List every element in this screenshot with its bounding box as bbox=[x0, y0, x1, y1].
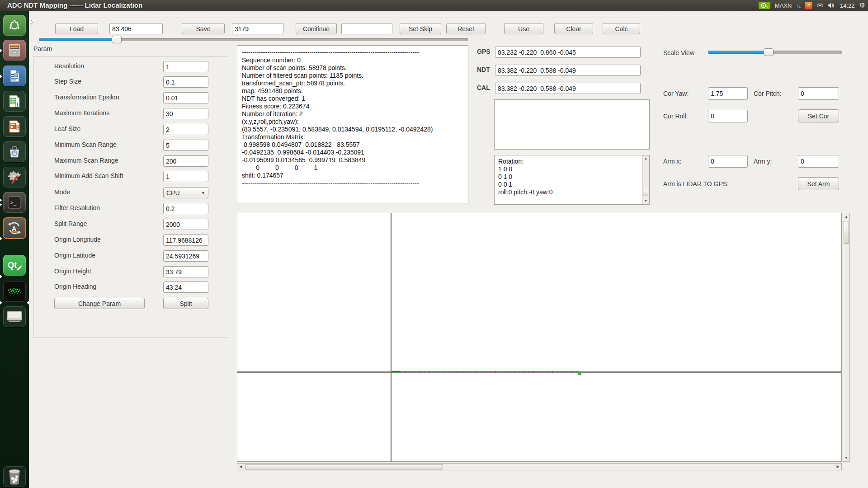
updown-arrows-icon[interactable]: ↑↓ bbox=[796, 2, 800, 9]
rotation-scrollbar[interactable]: ▲ ▼ bbox=[642, 155, 649, 204]
calc-spreadsheet-icon bbox=[7, 94, 22, 108]
param-label: Maximum Scan Range bbox=[54, 157, 118, 164]
map-plot-canvas[interactable] bbox=[237, 213, 842, 462]
param-label: Leaf Size bbox=[54, 125, 80, 132]
skip-value-field[interactable] bbox=[341, 23, 392, 34]
save-value-field[interactable] bbox=[232, 23, 283, 34]
param-field-max-scan-range[interactable] bbox=[163, 155, 208, 167]
param-field-step-size[interactable] bbox=[163, 76, 208, 88]
dock-item-system-settings[interactable] bbox=[3, 167, 26, 188]
scale-slider-fill bbox=[708, 51, 767, 54]
param-label: Origin Latitude bbox=[54, 252, 95, 259]
arm-x-field[interactable] bbox=[708, 155, 748, 168]
set-cor-button[interactable]: Set Cor bbox=[798, 109, 839, 122]
set-skip-button[interactable]: Set Skip bbox=[400, 23, 441, 34]
rotation-scrollbar-thumb[interactable] bbox=[643, 189, 648, 196]
nvidia-icon[interactable] bbox=[759, 2, 770, 9]
param-label: Minimum Add Scan Shift bbox=[54, 172, 123, 179]
ndt-label: NDT bbox=[477, 66, 490, 73]
scroll-up-icon[interactable]: ▲ bbox=[843, 213, 849, 220]
dock-item-terminal[interactable]: >_ bbox=[3, 192, 26, 213]
keyboard-input-icon[interactable]: # bbox=[805, 2, 812, 9]
cal-value-field[interactable] bbox=[495, 83, 641, 94]
scroll-left-icon[interactable]: ◀ bbox=[237, 464, 244, 470]
split-button[interactable]: Split bbox=[163, 298, 208, 309]
param-field-max-iterations[interactable] bbox=[163, 108, 208, 119]
load-value-field[interactable] bbox=[109, 23, 163, 34]
continue-button[interactable]: Conitinue bbox=[296, 23, 337, 34]
ndt-value-field[interactable] bbox=[495, 65, 641, 76]
cor-pitch-field[interactable] bbox=[798, 87, 839, 100]
trajectory-trace-start bbox=[392, 371, 401, 372]
param-field-origin-latitude[interactable] bbox=[163, 250, 208, 262]
param-field-trans-epsilon[interactable] bbox=[163, 92, 208, 103]
param-field-filter-resolution[interactable] bbox=[163, 203, 208, 214]
dock-item-file-manager[interactable] bbox=[3, 40, 26, 61]
cor-yaw-label: Cor Yaw: bbox=[663, 90, 689, 97]
session-gear-icon[interactable]: ⚙ bbox=[859, 1, 865, 9]
use-button[interactable]: Use bbox=[504, 23, 543, 34]
scale-slider-handle[interactable] bbox=[764, 48, 774, 56]
param-field-min-add-scan-shift[interactable] bbox=[163, 171, 208, 182]
mode-combobox[interactable]: CPU ▼ bbox=[163, 187, 208, 198]
ndt-log-textarea[interactable]: ----------------------------------------… bbox=[237, 45, 468, 203]
calc-button[interactable]: Calc bbox=[603, 23, 640, 34]
mail-icon[interactable]: ✉ bbox=[817, 1, 823, 9]
dock-item-qt-creator[interactable]: Qt bbox=[3, 255, 26, 276]
param-field-origin-longitude[interactable] bbox=[163, 235, 208, 246]
trajectory-trace bbox=[392, 371, 580, 372]
dock-item-libreoffice-calc[interactable] bbox=[3, 91, 26, 112]
dock-item-software-center[interactable] bbox=[3, 141, 26, 162]
terminal-icon: >_ bbox=[7, 195, 22, 210]
gps-value-field[interactable] bbox=[495, 47, 641, 58]
plot-vscrollbar[interactable]: ▲ ▼ bbox=[843, 213, 850, 462]
save-button[interactable]: Save bbox=[182, 23, 225, 34]
dock-item-libreoffice-impress[interactable] bbox=[3, 116, 26, 137]
cal-label: CAL bbox=[477, 84, 490, 91]
launcher-dock: >_ A Qt bbox=[0, 11, 29, 488]
scroll-right-icon[interactable]: ▶ bbox=[835, 464, 841, 470]
toolbar-drag-handle[interactable] bbox=[31, 20, 33, 24]
dock-item-language-tool[interactable]: A bbox=[3, 218, 26, 239]
sequence-slider-handle[interactable] bbox=[112, 36, 122, 43]
param-label: Maximum Iterations bbox=[54, 109, 109, 117]
dock-item-ubuntu-dash[interactable] bbox=[3, 15, 26, 36]
param-field-resolution[interactable] bbox=[163, 61, 208, 72]
scroll-down-icon[interactable]: ▼ bbox=[843, 455, 849, 461]
dock-item-libreoffice-writer[interactable] bbox=[3, 66, 26, 86]
pointcloud-icon bbox=[5, 285, 24, 298]
top-panel: ADC NDT Mapping ------ Lidar Localizatio… bbox=[0, 0, 868, 11]
param-field-origin-height[interactable] bbox=[163, 266, 208, 277]
load-button[interactable]: Load bbox=[55, 23, 98, 34]
dock-item-disk-drive[interactable] bbox=[3, 306, 26, 327]
plot-vscrollbar-thumb[interactable] bbox=[844, 221, 849, 244]
software-bag-icon bbox=[7, 145, 22, 159]
param-field-min-scan-range[interactable] bbox=[163, 140, 208, 151]
scroll-down-icon[interactable]: ▼ bbox=[642, 198, 649, 204]
clear-button[interactable]: Clear bbox=[554, 23, 593, 34]
plot-hscrollbar-thumb[interactable] bbox=[245, 464, 443, 469]
scroll-up-icon[interactable]: ▲ bbox=[642, 155, 649, 162]
gpu-mode-label[interactable]: MAXN bbox=[775, 2, 792, 9]
dock-item-trash[interactable] bbox=[3, 466, 26, 487]
set-arm-button[interactable]: Set Arm bbox=[798, 177, 839, 190]
running-indicator bbox=[0, 75, 2, 78]
disk-drive-icon bbox=[6, 310, 23, 324]
rotation-textarea[interactable]: Rotation: 1 0 0 0 1 0 0 0 1 roll:0 pitch… bbox=[494, 155, 650, 205]
change-param-button[interactable]: Change Param bbox=[54, 298, 145, 309]
trash-icon bbox=[7, 469, 22, 485]
param-field-leaf-size[interactable] bbox=[163, 124, 208, 135]
volume-icon[interactable] bbox=[827, 2, 835, 9]
scale-view-label: Scale View bbox=[663, 49, 694, 56]
reset-button[interactable]: Reset bbox=[446, 23, 486, 34]
param-field-split-range[interactable] bbox=[163, 219, 208, 230]
dock-item-lidar-app[interactable] bbox=[3, 281, 26, 302]
cor-yaw-field[interactable] bbox=[708, 87, 748, 100]
nvidia-eye-icon bbox=[760, 3, 769, 8]
param-field-origin-heading[interactable] bbox=[163, 282, 208, 293]
plot-hscrollbar[interactable]: ◀ ▶ bbox=[237, 463, 842, 470]
arm-y-field[interactable] bbox=[798, 155, 839, 168]
cor-roll-field[interactable] bbox=[708, 110, 748, 122]
clock[interactable]: 14:22 bbox=[840, 2, 855, 9]
trajectory-end-marker bbox=[578, 373, 581, 375]
